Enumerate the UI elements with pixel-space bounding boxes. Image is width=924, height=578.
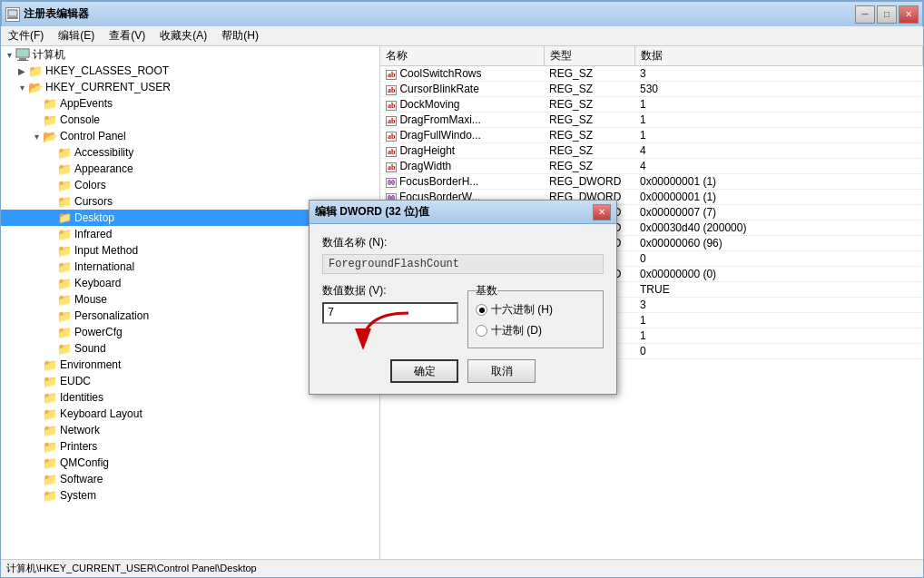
menu-help[interactable]: 帮助(H) xyxy=(214,26,266,45)
reg-type: REG_SZ xyxy=(544,66,634,82)
svg-rect-5 xyxy=(19,58,26,60)
minimize-button[interactable]: ─ xyxy=(855,5,875,24)
tree-item-keyboardlayout[interactable]: 📁 Keyboard Layout xyxy=(1,406,379,422)
tree-label-software: Software xyxy=(60,473,103,485)
svg-rect-6 xyxy=(17,60,28,61)
reg-type: REG_SZ xyxy=(544,128,634,143)
folder-icon-appevents: 📁 xyxy=(43,97,57,110)
table-row[interactable]: abDragFromMaxi... REG_SZ 1 xyxy=(380,113,923,128)
table-row[interactable]: abCoolSwitchRows REG_SZ 3 xyxy=(380,66,923,82)
tree-item-console[interactable]: 📁 Console xyxy=(1,112,379,128)
tree-item-printers[interactable]: 📁 Printers xyxy=(1,438,379,455)
reg-data: 0x00000001 (1) xyxy=(634,190,923,205)
reg-type: REG_SZ xyxy=(544,159,634,174)
dialog-row: 数值数据 (V): 基数 十六进制 (H) 十进制 (D) xyxy=(322,283,604,348)
reg-data: 3 xyxy=(634,298,923,313)
menu-favorites[interactable]: 收藏夹(A) xyxy=(152,26,214,45)
tree-label-appevents: AppEvents xyxy=(60,97,113,110)
reg-data: 0x00000000 (0) xyxy=(634,267,923,282)
tree-item-appevents[interactable]: 📁 AppEvents xyxy=(1,95,379,112)
reg-data: 0x00000060 (96) xyxy=(634,236,923,251)
reg-type: REG_SZ xyxy=(544,113,634,128)
tree-item-network[interactable]: 📁 Network xyxy=(1,422,379,438)
folder-icon-identities: 📁 xyxy=(43,391,57,404)
folder-icon-printers: 📁 xyxy=(43,440,57,453)
tree-item-computer[interactable]: ▾ 计算机 xyxy=(1,46,379,63)
folder-icon-environment: 📁 xyxy=(43,358,57,371)
col-type[interactable]: 类型 xyxy=(544,46,634,66)
tree-item-hkcu[interactable]: ▾ 📂 HKEY_CURRENT_USER xyxy=(1,79,379,95)
reg-name: abDragWidth xyxy=(380,159,544,174)
col-data[interactable]: 数据 xyxy=(634,46,923,66)
folder-icon-system: 📁 xyxy=(43,489,57,502)
tree-item-accessibility[interactable]: 📁 Accessibility xyxy=(1,144,379,161)
menu-file[interactable]: 文件(F) xyxy=(1,26,51,45)
svg-rect-1 xyxy=(9,11,16,15)
tree-label-personalization: Personalization xyxy=(74,309,149,322)
tree-item-appearance[interactable]: 📁 Appearance xyxy=(1,161,379,177)
edit-dword-dialog: 编辑 DWORD (32 位)值 ✕ 数值名称 (N): ForegroundF… xyxy=(309,200,617,395)
table-row[interactable]: abDragWidth REG_SZ 4 xyxy=(380,159,923,174)
reg-data: 0 xyxy=(634,251,923,267)
table-row[interactable]: 00FocusBorderH... REG_DWORD 0x00000001 (… xyxy=(380,174,923,190)
tree-label-desktop: Desktop xyxy=(74,211,114,224)
tree-label-hkcu: HKEY_CURRENT_USER xyxy=(45,81,171,93)
reg-name: abDragHeight xyxy=(380,143,544,159)
tree-item-hkcr[interactable]: ▶ 📁 HKEY_CLASSES_ROOT xyxy=(1,63,379,79)
folder-icon-appearance: 📁 xyxy=(57,162,72,175)
folder-icon-keyboard: 📁 xyxy=(57,277,72,289)
reg-data: 0x00030d40 (200000) xyxy=(634,220,923,236)
dialog-close-button[interactable]: ✕ xyxy=(593,204,611,220)
folder-icon-cursors: 📁 xyxy=(57,195,72,208)
menu-edit[interactable]: 编辑(E) xyxy=(51,26,102,45)
tree-label-infrared: Infrared xyxy=(74,228,112,240)
table-row[interactable]: abDockMoving REG_SZ 1 xyxy=(380,97,923,113)
reg-type: REG_SZ xyxy=(544,97,634,113)
folder-icon-personalization: 📁 xyxy=(57,309,72,322)
radio-hex[interactable]: 十六进制 (H) xyxy=(476,302,595,318)
reg-type: REG_SZ xyxy=(544,82,634,97)
expand-icon-computer: ▾ xyxy=(3,50,15,60)
tree-item-system[interactable]: 📁 System xyxy=(1,487,379,504)
dialog-name-label: 数值名称 (N): xyxy=(322,235,604,250)
tree-item-controlpanel[interactable]: ▾ 📂 Control Panel xyxy=(1,128,379,144)
status-bar: 计算机\HKEY_CURRENT_USER\Control Panel\Desk… xyxy=(1,559,923,577)
reg-name: abDockMoving xyxy=(380,97,544,113)
tree-item-software[interactable]: 📁 Software xyxy=(1,471,379,487)
expand-icon-hkcr: ▶ xyxy=(15,66,28,76)
folder-icon-inputmethod: 📁 xyxy=(57,244,72,257)
tree-label-console: Console xyxy=(60,113,100,126)
table-row[interactable]: abCursorBlinkRate REG_SZ 530 xyxy=(380,82,923,97)
reg-data: 1 xyxy=(634,113,923,128)
reg-data: 1 xyxy=(634,328,923,344)
dialog-value-input[interactable] xyxy=(322,302,458,324)
app-icon xyxy=(5,7,20,22)
tree-label-network: Network xyxy=(60,424,100,436)
maximize-button[interactable]: □ xyxy=(877,5,897,24)
table-row[interactable]: abDragHeight REG_SZ 4 xyxy=(380,143,923,159)
dialog-cancel-button[interactable]: 取消 xyxy=(467,359,536,383)
table-row[interactable]: abDragFullWindo... REG_SZ 1 xyxy=(380,128,923,143)
tree-item-colors[interactable]: 📁 Colors xyxy=(1,177,379,193)
tree-label-mouse: Mouse xyxy=(74,293,107,306)
folder-icon-colors: 📁 xyxy=(57,179,72,191)
reg-data: 1 xyxy=(634,97,923,113)
tree-item-qmconfig[interactable]: 📁 QMConfig xyxy=(1,455,379,471)
col-name[interactable]: 名称 xyxy=(380,46,544,66)
folder-icon-sound: 📁 xyxy=(57,342,72,355)
radio-decimal[interactable]: 十进制 (D) xyxy=(476,323,595,338)
folder-icon-mouse: 📁 xyxy=(57,293,72,306)
dialog-value-col: 数值数据 (V): xyxy=(322,283,458,324)
svg-rect-2 xyxy=(7,17,18,19)
tree-label-international: International xyxy=(74,260,134,273)
tree-label-keyboardlayout: Keyboard Layout xyxy=(60,407,143,420)
reg-name: abDragFromMaxi... xyxy=(380,113,544,128)
dialog-buttons: 确定 取消 xyxy=(322,359,604,383)
tree-label-accessibility: Accessibility xyxy=(74,146,133,159)
close-button[interactable]: ✕ xyxy=(899,5,919,24)
reg-data: 1 xyxy=(634,313,923,328)
dialog-ok-button[interactable]: 确定 xyxy=(390,359,458,383)
reg-data: 0 xyxy=(634,344,923,359)
menu-view[interactable]: 查看(V) xyxy=(102,26,152,45)
title-buttons: ─ □ ✕ xyxy=(855,5,919,24)
